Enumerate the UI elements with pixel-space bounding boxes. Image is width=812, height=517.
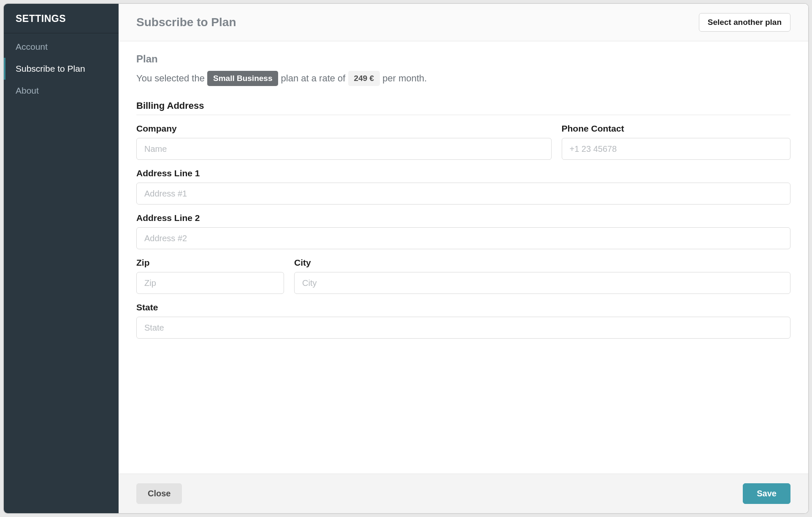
sidebar-nav: Account Subscribe to Plan About — [4, 33, 119, 102]
page-title: Subscribe to Plan — [136, 16, 236, 29]
main-scroll-area[interactable]: Plan You selected the Small Business pla… — [119, 41, 808, 474]
sidebar-item-account[interactable]: Account — [4, 36, 119, 58]
field-state: State — [136, 302, 790, 339]
settings-modal: SETTINGS Account Subscribe to Plan About… — [3, 3, 809, 514]
form-row: State — [136, 302, 790, 339]
plan-summary: You selected the Small Business plan at … — [136, 71, 790, 86]
plan-rate-tag: 249 € — [348, 71, 380, 86]
company-input[interactable] — [136, 138, 552, 160]
phone-input[interactable] — [562, 138, 791, 160]
field-zip: Zip — [136, 258, 284, 294]
plan-summary-text: You selected the — [136, 73, 205, 83]
save-button[interactable]: Save — [743, 483, 790, 504]
main-header: Subscribe to Plan Select another plan — [119, 4, 808, 41]
sidebar-item-about[interactable]: About — [4, 80, 119, 102]
form-row: Address Line 2 — [136, 213, 790, 249]
sidebar: SETTINGS Account Subscribe to Plan About — [4, 4, 119, 513]
plan-name-tag: Small Business — [207, 71, 278, 86]
address2-input[interactable] — [136, 227, 790, 249]
field-address1: Address Line 1 — [136, 168, 790, 205]
plan-summary-text: plan at a rate of — [281, 73, 346, 83]
phone-label: Phone Contact — [562, 124, 791, 134]
main-footer: Close Save — [119, 474, 808, 513]
sidebar-item-label: Account — [16, 42, 48, 51]
sidebar-item-label: About — [16, 86, 39, 95]
sidebar-item-subscribe[interactable]: Subscribe to Plan — [4, 58, 119, 80]
city-label: City — [294, 258, 790, 268]
select-another-plan-button[interactable]: Select another plan — [699, 13, 790, 32]
main-panel: Subscribe to Plan Select another plan Pl… — [119, 4, 808, 513]
form-row: Company Phone Contact — [136, 124, 790, 160]
address1-label: Address Line 1 — [136, 168, 790, 178]
company-label: Company — [136, 124, 552, 134]
address2-label: Address Line 2 — [136, 213, 790, 223]
close-button[interactable]: Close — [136, 483, 182, 504]
plan-summary-text: per month. — [382, 73, 427, 83]
sidebar-title: SETTINGS — [4, 4, 119, 33]
field-city: City — [294, 258, 790, 294]
city-input[interactable] — [294, 272, 790, 294]
form-row: Zip City — [136, 258, 790, 294]
sidebar-item-label: Subscribe to Plan — [16, 64, 85, 73]
form-row: Address Line 1 — [136, 168, 790, 205]
zip-input[interactable] — [136, 272, 284, 294]
field-address2: Address Line 2 — [136, 213, 790, 249]
field-company: Company — [136, 124, 552, 160]
state-label: State — [136, 302, 790, 312]
zip-label: Zip — [136, 258, 284, 268]
address1-input[interactable] — [136, 183, 790, 205]
billing-section-title: Billing Address — [136, 100, 790, 115]
state-input[interactable] — [136, 317, 790, 339]
plan-section-title: Plan — [136, 53, 790, 65]
field-phone: Phone Contact — [562, 124, 791, 160]
